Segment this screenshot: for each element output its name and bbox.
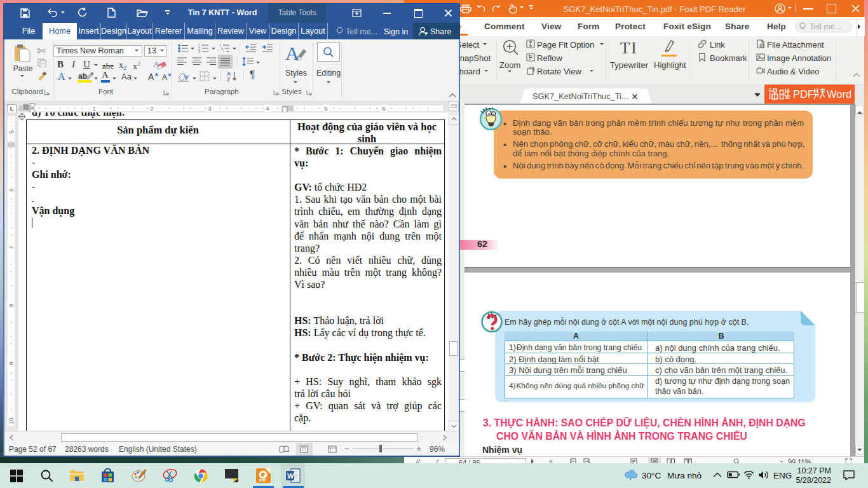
svg-text:W: W [287,472,294,480]
svg-text:T: T [528,54,531,58]
svg-text:PDF: PDF [259,478,267,482]
svg-text:Word: Word [827,88,851,100]
svg-text:Z: Z [227,76,230,82]
svg-text:3: 3 [198,50,200,53]
svg-text:i: i [223,50,224,53]
svg-text:PDF: PDF [793,88,814,100]
